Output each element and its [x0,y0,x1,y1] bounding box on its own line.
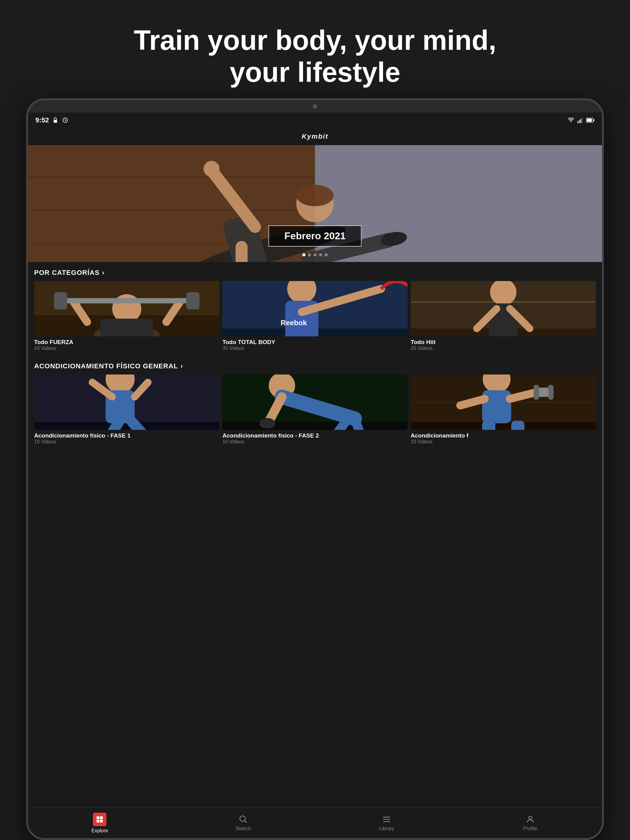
hero-banner[interactable]: Febrero 2021 [28,145,602,262]
svg-point-99 [529,816,532,819]
section-title-categorias: POR CATEGORÍAS [34,269,100,277]
main-content[interactable]: Febrero 2021 POR CATEGORÍAS › [28,145,602,807]
library-label: Library [379,826,394,831]
card-fase3[interactable]: Acondicionamiento f 10 Videos [411,374,596,446]
section-title-acond: ACONDICIONAMIENTO FÍSICO GENERAL [34,362,178,370]
fase1-image [34,374,219,430]
status-left: 9:52 [35,116,69,124]
svg-rect-85 [534,385,539,399]
svg-rect-36 [187,292,199,309]
dot-3 [313,253,317,256]
thumb-totalbody: Reebok [222,281,408,336]
thumb-fase2 [222,374,408,430]
category-grid-1: Zabek Todo FUERZA 43 Videos [28,281,602,355]
chevron-acond-icon: › [180,362,183,370]
battery-icon [586,117,595,123]
svg-rect-4 [579,120,579,123]
svg-rect-35 [54,292,67,309]
card-title-fase1: Acondicionamiento físico - FASE 1 [34,432,219,439]
dot-2 [308,253,311,256]
svg-rect-92 [97,820,99,823]
svg-rect-0 [54,120,57,123]
svg-rect-91 [100,816,103,819]
svg-rect-90 [97,816,99,819]
svg-line-95 [245,820,247,823]
dot-1 [302,253,306,256]
svg-rect-5 [580,119,581,123]
card-sub-hiit: 25 Videos [411,346,596,351]
card-info-fase2: Acondicionamiento físico - FASE 2 10 Vid… [222,430,408,446]
svg-point-2 [571,122,571,122]
card-info-totalbody: Todo TOTAL BODY 35 Videos [222,336,408,352]
svg-rect-88 [482,421,495,430]
svg-point-94 [240,816,245,821]
card-fase1[interactable]: Acondicionamiento físico - FASE 1 10 Vid… [34,374,219,446]
profile-icon [526,815,535,824]
app-logo: Kymbit [302,133,329,141]
hiit-image [411,281,596,336]
screen: 9:52 [28,112,602,838]
tablet-frame: 9:52 [26,98,604,840]
nav-search[interactable]: Search [172,808,315,838]
card-info-fase3: Acondicionamiento f 10 Videos [411,430,596,446]
camera-dot [313,104,317,109]
svg-point-72 [259,418,275,429]
fase2-image [222,374,408,430]
card-sub-fase2: 10 Videos [222,439,408,445]
card-sub-fuerza: 43 Videos [34,346,219,351]
thumb-fase3 [411,374,596,430]
library-icon [382,815,391,824]
fase3-image [411,374,596,430]
tablet-top-bar [28,100,602,112]
category-grid-2: Acondicionamiento físico - FASE 1 10 Vid… [28,374,602,449]
refresh-icon [62,117,69,123]
svg-rect-6 [582,118,583,123]
hero-label: Febrero 2021 [268,225,361,246]
card-title-fase2: Acondicionamiento físico - FASE 2 [222,432,408,439]
card-totalbody[interactable]: Reebok Todo TOTAL B [222,281,408,352]
section-header-categorias[interactable]: POR CATEGORÍAS › [28,262,602,281]
card-title-totalbody: Todo TOTAL BODY [222,339,408,346]
svg-rect-86 [548,385,553,399]
card-title-hiit: Todo Hiit [411,339,596,346]
status-bar: 9:52 [28,112,602,128]
fuerza-image: Zabek [34,281,219,336]
time-display: 9:52 [35,116,49,124]
section-header-acond[interactable]: ACONDICIONAMIENTO FÍSICO GENERAL › [28,355,602,374]
card-sub-totalbody: 35 Videos [222,346,408,351]
card-info-fase1: Acondicionamiento físico - FASE 1 10 Vid… [34,430,219,446]
card-sub-fase3: 10 Videos [411,439,596,445]
svg-rect-3 [578,122,578,123]
thumb-fase1 [34,374,219,430]
svg-rect-8 [594,119,594,121]
svg-rect-68 [222,422,408,430]
card-info-hiit: Todo Hiit 25 Videos [411,336,596,352]
thumb-fuerza: Zabek [34,281,219,336]
tagline: Train your body, your mind, your lifesty… [0,25,630,88]
nav-profile[interactable]: Profile [459,808,602,838]
card-title-fase3: Acondicionamiento f [411,432,596,439]
card-title-fuerza: Todo FUERZA [34,339,219,346]
svg-rect-93 [100,820,103,823]
wifi-icon [568,117,574,123]
svg-point-23 [204,161,220,177]
search-label: Search [235,826,251,831]
nav-library[interactable]: Library [315,808,459,838]
card-fuerza[interactable]: Zabek Todo FUERZA 43 Videos [34,281,219,352]
hero-dots [302,253,328,256]
search-icon [239,815,248,824]
chevron-categorias-icon: › [102,269,104,277]
nav-explore[interactable]: Explore [28,808,172,838]
lock-icon [52,117,59,123]
status-icons [568,117,595,123]
card-hiit[interactable]: Todo Hiit 25 Videos [411,281,596,352]
app-header: Kymbit [28,128,602,145]
card-fase2[interactable]: Acondicionamiento físico - FASE 2 10 Vid… [222,374,408,446]
card-info-fuerza: Todo FUERZA 43 Videos [34,336,219,352]
svg-point-21 [296,185,334,206]
svg-rect-82 [482,390,511,423]
thumb-hiit [411,281,596,336]
card-sub-fase1: 10 Videos [34,439,219,445]
totalbody-image: Reebok [222,281,408,336]
bottom-nav: Explore Search Library [28,807,602,838]
